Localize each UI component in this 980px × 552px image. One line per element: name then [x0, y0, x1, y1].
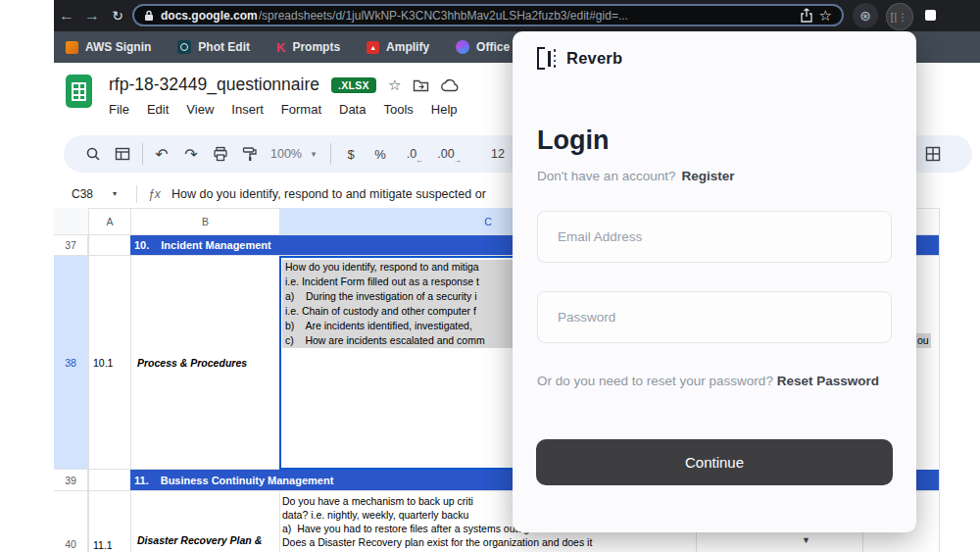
bookmark-amplify[interactable]: ▲ Amplify: [367, 40, 429, 54]
corner-header[interactable]: [54, 208, 88, 235]
register-row: Don't have an account?Register: [537, 169, 734, 183]
forward-button[interactable]: →: [79, 7, 105, 25]
decrease-decimal-arrow-icon: ←: [416, 156, 423, 165]
bookmark-prompts[interactable]: K Prompts: [276, 40, 340, 55]
bookmark-label: Phot Edit: [198, 40, 250, 54]
amplify-icon: ▲: [367, 41, 379, 54]
chevron-down-icon[interactable]: ▾: [307, 135, 320, 173]
bookmark-label: Prompts: [292, 40, 340, 54]
row-number-40[interactable]: 40: [54, 491, 88, 552]
register-prompt: Don't have an account?: [537, 169, 675, 183]
reverb-extension-icon: [|⋮: [891, 12, 908, 23]
cell-b40[interactable]: Disaster Recovery Plan &: [137, 534, 262, 546]
decrease-decimal-button[interactable]: .0 ←: [399, 135, 424, 173]
section-title: Business Continuity Management: [161, 475, 334, 486]
section-number: 10.: [134, 239, 149, 251]
menu-bar: File Edit View Insert Format Data Tools …: [109, 102, 458, 117]
table-chart-icon[interactable]: [111, 135, 134, 173]
menu-view[interactable]: View: [186, 102, 214, 117]
brand-name: Reverb: [566, 49, 622, 68]
gear-icon: ⊛: [859, 8, 871, 24]
menu-help[interactable]: Help: [431, 102, 458, 117]
sheets-logo[interactable]: [66, 75, 92, 108]
bookmark-label: AWS Signin: [85, 40, 151, 54]
url-host: docs.google.com: [161, 9, 258, 23]
prompts-icon: K: [276, 40, 285, 55]
currency-format-button[interactable]: $: [340, 135, 362, 173]
reverb-logo-icon: [537, 47, 556, 70]
star-icon[interactable]: ☆: [388, 76, 401, 94]
cell-a37[interactable]: [89, 235, 130, 256]
office-icon: [456, 40, 469, 54]
scrollbar-gutter[interactable]: [940, 208, 980, 552]
share-icon[interactable]: [801, 8, 812, 23]
continue-button[interactable]: Continue: [536, 439, 893, 485]
screenshot: ← → ↻ docs.google.com /spreadsheets/d/1j…: [0, 0, 980, 552]
name-box[interactable]: C38: [72, 187, 93, 201]
email-field[interactable]: [537, 211, 892, 263]
reverb-login-modal: Reverb Login Don't have an account?Regis…: [513, 31, 916, 532]
bookmark-office[interactable]: Office: [456, 40, 510, 54]
aws-icon: [66, 41, 78, 54]
bookmark-label: Office: [476, 40, 510, 54]
cell-e38-fragment[interactable]: ou: [915, 333, 931, 348]
extensions-gear-button[interactable]: ⊛: [853, 3, 878, 28]
bookmark-aws-signin[interactable]: AWS Signin: [66, 40, 151, 54]
move-folder-icon[interactable]: [413, 78, 429, 92]
divider: [136, 185, 137, 203]
url-path: /spreadsheets/d/1julWkNP-K3CNC3hhbMav2uL…: [259, 9, 794, 23]
password-field[interactable]: [537, 291, 892, 343]
section-title: Incident Management: [161, 239, 270, 251]
font-size-value[interactable]: 12: [487, 135, 509, 173]
document-title[interactable]: rfp-18-32449_questionnaire: [109, 75, 319, 95]
menu-edit[interactable]: Edit: [147, 102, 169, 117]
row-number-38[interactable]: 38: [54, 256, 88, 470]
register-link[interactable]: Register: [681, 169, 734, 183]
menu-tools[interactable]: Tools: [383, 102, 413, 117]
row-number-39[interactable]: 39: [54, 470, 88, 491]
back-button[interactable]: ←: [54, 7, 79, 25]
lock-icon: [144, 10, 154, 22]
col-header-b[interactable]: B: [131, 208, 279, 235]
reset-row: Or do you need to reset your password? R…: [537, 371, 880, 392]
undo-icon[interactable]: ↶: [150, 135, 173, 173]
menu-data[interactable]: Data: [339, 102, 366, 117]
search-icon[interactable]: [81, 135, 105, 173]
cell-c38-text: How do you identify, respond to and miti…: [282, 260, 520, 348]
increase-decimal-button[interactable]: .00 →: [432, 135, 460, 173]
reload-button[interactable]: ↻: [105, 8, 130, 24]
reset-prompt: Or do you need to reset your password?: [537, 374, 773, 388]
reverb-extension-button[interactable]: [|⋮: [886, 3, 913, 30]
borders-icon[interactable]: [921, 135, 945, 173]
puzzle-icon[interactable]: [925, 10, 936, 21]
login-heading: Login: [537, 125, 609, 156]
xlsx-badge: .XLSX: [331, 77, 376, 93]
cell-a38[interactable]: 10.1: [89, 256, 130, 470]
zoom-select[interactable]: 100%: [265, 135, 308, 173]
cell-d40-dropdown-icon[interactable]: ▼: [802, 535, 810, 545]
cell-a40[interactable]: 11.1: [93, 539, 113, 551]
cell-b38[interactable]: Process & Procedures: [131, 256, 279, 470]
name-box-caret-icon[interactable]: ▾: [113, 189, 117, 198]
bookmark-phot-edit[interactable]: Phot Edit: [177, 40, 250, 54]
cloud-status-icon[interactable]: [441, 78, 460, 92]
print-icon[interactable]: [209, 135, 232, 173]
increase-decimal-arrow-icon: →: [454, 156, 462, 165]
bookmark-star-icon[interactable]: ☆: [819, 7, 832, 25]
section-number: 11.: [134, 475, 149, 486]
row-number-37[interactable]: 37: [54, 235, 88, 256]
cell-a39[interactable]: [89, 470, 130, 491]
reset-password-link[interactable]: Reset Password: [777, 374, 879, 388]
phot-edit-icon: [177, 40, 191, 54]
menu-insert[interactable]: Insert: [231, 102, 264, 117]
col-header-a[interactable]: A: [89, 208, 130, 235]
menu-file[interactable]: File: [109, 102, 129, 117]
address-bar[interactable]: docs.google.com /spreadsheets/d/1julWkNP…: [132, 4, 844, 26]
menu-format[interactable]: Format: [281, 102, 321, 117]
redo-icon[interactable]: ↷: [179, 135, 203, 173]
percent-format-button[interactable]: %: [369, 135, 391, 173]
fx-icon: ƒx: [148, 187, 161, 201]
brand-row: Reverb: [537, 47, 622, 70]
bookmark-label: Amplify: [386, 40, 429, 54]
paint-format-icon[interactable]: [238, 135, 262, 173]
